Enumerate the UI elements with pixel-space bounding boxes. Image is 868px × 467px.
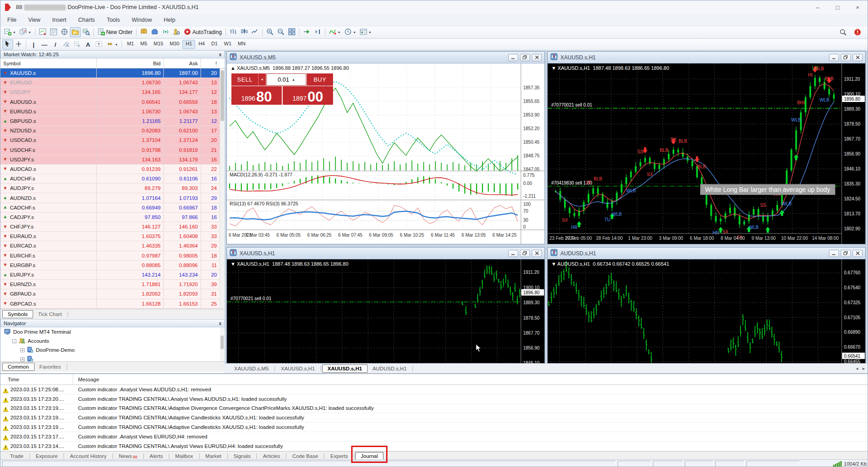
navigator-item[interactable]: + xyxy=(0,355,225,361)
navigator-scrollbar[interactable] xyxy=(220,327,225,361)
market-watch-row[interactable]: ▼USDJPY134.165134.17712 xyxy=(0,88,220,97)
market-watch-row[interactable]: ▼GBPAUD.s1.820621.8209331 xyxy=(0,289,220,299)
line-chart-button[interactable] xyxy=(250,27,260,37)
vertical-line-tool[interactable]: | xyxy=(28,39,39,49)
menu-insert[interactable]: Insert xyxy=(46,15,72,25)
terminal-tab-mailbox[interactable]: Mailbox xyxy=(170,452,198,460)
market-button[interactable] xyxy=(149,27,160,37)
chart-titlebar[interactable]: AUDUSD.s,H1 xyxy=(548,248,865,259)
market-watch-row[interactable]: ▲GBPUSD.s1.211651.2117712 xyxy=(0,117,220,126)
timeframe-h4[interactable]: H4 xyxy=(195,40,208,49)
menu-charts[interactable]: Charts xyxy=(72,15,101,25)
lot-increase-icon[interactable]: ▲ xyxy=(292,78,295,81)
minimize-button[interactable] xyxy=(508,54,518,61)
signals-service-button[interactable] xyxy=(160,27,171,37)
tab-symbols[interactable]: Symbols xyxy=(2,310,33,318)
terminal-tab-journal[interactable]: Journal xyxy=(355,452,383,460)
market-watch-row[interactable]: ▼EURCAD.s1.463351.4636429 xyxy=(0,241,220,251)
fibonacci-tool[interactable]: F xyxy=(72,39,83,49)
buy-button[interactable]: BUY xyxy=(306,73,333,86)
sell-button[interactable]: SELL xyxy=(231,73,259,86)
zoom-in-button[interactable] xyxy=(265,27,275,37)
market-watch-row[interactable]: ▼USDCAD.s1.371041.3712420 xyxy=(0,136,220,145)
timeframe-m15[interactable]: M15 xyxy=(151,40,167,49)
metaeditor-button[interactable] xyxy=(138,27,149,37)
strategy-tester-toggle[interactable] xyxy=(81,27,92,37)
tree-expander-icon[interactable]: + xyxy=(20,348,25,352)
chart-tab-xauusd-s-h1[interactable]: XAUUSD.s,H1 xyxy=(276,365,320,372)
chart-canvas[interactable]: 1911.201900.101889.301878.501867.701856.… xyxy=(227,259,544,363)
terminal-tab-articles[interactable]: Articles xyxy=(258,452,285,460)
terminal-toggle[interactable] xyxy=(70,27,81,37)
chart-canvas[interactable]: 1911.201900.101889.301878.501867.701856.… xyxy=(548,63,865,244)
search-button[interactable] xyxy=(838,27,848,37)
market-watch-row[interactable]: ▼CHFJPY.s146.127146.16033 xyxy=(0,222,220,232)
buy-price-button[interactable]: 189700 xyxy=(283,86,333,105)
navigator-item-accounts[interactable]: -Accounts xyxy=(0,336,225,345)
menu-file[interactable]: File xyxy=(1,15,22,25)
column-header-spread[interactable]: ! xyxy=(201,61,220,66)
column-header-symbol[interactable]: Symbol xyxy=(0,58,97,68)
chart-canvas[interactable]: 0.677600.675400.673250.671050.668900.666… xyxy=(548,259,865,363)
new-chart-button[interactable]: ▼ xyxy=(2,27,18,37)
chart-titlebar[interactable]: XAUUSD.s,H1 xyxy=(227,248,544,259)
market-watch-toggle[interactable] xyxy=(37,27,48,37)
restore-button[interactable] xyxy=(841,54,851,61)
market-watch-row[interactable]: ▼AUDCAD.s0.912390.9126122 xyxy=(0,165,220,174)
tab-common[interactable]: Common xyxy=(2,363,34,371)
minimize-button[interactable]: – xyxy=(808,0,828,14)
chart-titlebar[interactable]: XAUUSD.s,M5 xyxy=(227,52,544,63)
expert-advisors-button[interactable] xyxy=(171,27,182,37)
chart-canvas[interactable]: 1857.351855.651853.901852.201850.451848.… xyxy=(227,63,544,244)
minimize-button[interactable] xyxy=(829,250,839,257)
market-watch-row[interactable]: ▲AUDCHF.s0.610900.6110616 xyxy=(0,174,220,184)
minimize-button[interactable] xyxy=(829,54,839,61)
sell-price-button[interactable]: 189680 xyxy=(231,86,282,105)
column-header-bid[interactable]: Bid xyxy=(97,58,164,68)
cursor-tool[interactable] xyxy=(2,39,13,49)
zoom-out-button[interactable] xyxy=(275,27,286,37)
close-button[interactable] xyxy=(853,54,863,61)
bar-chart-button[interactable] xyxy=(228,27,239,37)
profiles-button[interactable]: ▼ xyxy=(18,27,33,37)
autotrading-button[interactable]: AutoTrading xyxy=(182,27,224,37)
market-watch-row[interactable]: ▼EURUSD1.067301.0674313 xyxy=(0,78,220,88)
market-watch-row[interactable]: ▲EURJPY.s143.214143.23420 xyxy=(0,270,220,280)
timeframe-d1[interactable]: D1 xyxy=(208,40,221,49)
arrows-dropdown[interactable]: ▼ xyxy=(104,39,120,49)
timeframe-m30[interactable]: M30 xyxy=(167,40,182,49)
market-watch-row[interactable]: ▼AUDJPY.s89.27989.30324 xyxy=(0,184,220,193)
tab-tick-chart[interactable]: Tick Chart xyxy=(33,311,67,318)
maximize-button[interactable]: □ xyxy=(828,0,848,14)
market-watch-row[interactable]: ▼GBPCAD.s1.661281.6615325 xyxy=(0,299,220,309)
close-icon[interactable]: x xyxy=(219,52,221,57)
market-watch-row[interactable]: ▼USDCHF.s0.917980.9181921 xyxy=(0,146,220,155)
column-header-ask[interactable]: Ask xyxy=(164,58,201,68)
terminal-tab-trade[interactable]: Trade xyxy=(5,452,29,460)
close-button[interactable] xyxy=(853,250,863,257)
chart-titlebar[interactable]: XAUUSD.s,H1 xyxy=(548,52,865,63)
scroll-left-icon[interactable]: ◄ xyxy=(855,366,859,371)
market-watch-row[interactable]: ▼NZDUSD.s0.620830.6210017 xyxy=(0,126,220,136)
terminal-tab-account-history[interactable]: Account History xyxy=(65,452,112,460)
navigator-toggle[interactable] xyxy=(59,27,70,37)
text-tool[interactable]: A xyxy=(83,39,93,49)
timeframe-mn[interactable]: MN xyxy=(235,40,249,49)
timeframe-m1[interactable]: M1 xyxy=(124,40,137,49)
new-order-button[interactable]: New Order xyxy=(96,27,134,37)
journal-time-column[interactable]: Time xyxy=(0,374,73,384)
menu-window[interactable]: Window xyxy=(126,15,157,25)
restore-button[interactable] xyxy=(520,54,530,61)
market-watch-row[interactable]: ▼EURNZD.s1.718811.7192039 xyxy=(0,280,220,289)
menu-tools[interactable]: Tools xyxy=(101,15,126,25)
scroll-right-icon[interactable]: ► xyxy=(862,366,866,371)
equidistant-channel-tool[interactable]: E xyxy=(61,39,72,49)
market-watch-scrollbar[interactable] xyxy=(220,68,225,309)
sell-options-dropdown[interactable]: ▼ xyxy=(259,73,266,86)
lot-size-input[interactable]: 0.01▲ xyxy=(266,73,306,86)
terminal-tab-code-base[interactable]: Code Base xyxy=(287,452,323,460)
market-watch-row[interactable]: ▼EURAUD.s1.603751.6040833 xyxy=(0,232,220,241)
market-watch-row[interactable]: ▲AUDNZD.s1.071641.0719329 xyxy=(0,193,220,203)
timeframe-m5[interactable]: M5 xyxy=(137,40,150,49)
market-watch-row[interactable]: ▼XAUUSD.s1896.801897.0020 xyxy=(0,68,220,78)
